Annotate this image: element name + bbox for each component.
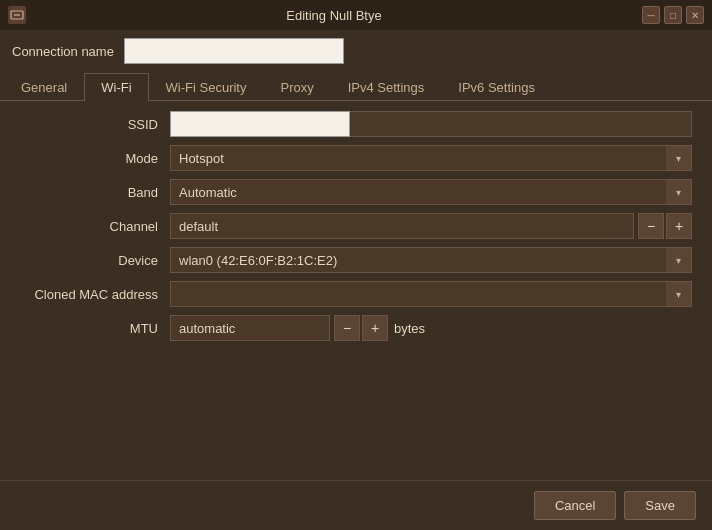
maximize-button[interactable]: □: [664, 6, 682, 24]
mtu-buttons: − +: [334, 315, 388, 341]
device-label: Device: [20, 253, 170, 268]
tab-ipv6[interactable]: IPv6 Settings: [441, 73, 552, 101]
mode-label: Mode: [20, 151, 170, 166]
connection-name-input[interactable]: [124, 38, 344, 64]
mtu-bytes-label: bytes: [394, 321, 425, 336]
device-row: Device wlan0 (42:E6:0F:B2:1C:E2) ▾: [20, 247, 692, 273]
cloned-mac-input[interactable]: [170, 281, 692, 307]
mode-row: Mode Hotspot ▾: [20, 145, 692, 171]
tab-ipv4[interactable]: IPv4 Settings: [331, 73, 442, 101]
channel-row: Channel − +: [20, 213, 692, 239]
window-controls: ─ □ ✕: [642, 6, 704, 24]
ssid-suffix: [350, 111, 692, 137]
channel-label: Channel: [20, 219, 170, 234]
ssid-row: SSID: [20, 111, 692, 137]
device-select[interactable]: wlan0 (42:E6:0F:B2:1C:E2): [170, 247, 692, 273]
mtu-label: MTU: [20, 321, 170, 336]
ssid-label: SSID: [20, 117, 170, 132]
close-button[interactable]: ✕: [686, 6, 704, 24]
channel-input[interactable]: [170, 213, 634, 239]
band-select[interactable]: Automatic: [170, 179, 692, 205]
connection-name-label: Connection name: [12, 44, 114, 59]
ssid-input[interactable]: [170, 111, 350, 137]
tab-proxy[interactable]: Proxy: [263, 73, 330, 101]
mtu-row: MTU − + bytes: [20, 315, 692, 341]
minimize-button[interactable]: ─: [642, 6, 660, 24]
main-window: Editing Null Btye ─ □ ✕ Connection name …: [0, 0, 712, 530]
channel-plus-button[interactable]: +: [666, 213, 692, 239]
mtu-minus-button[interactable]: −: [334, 315, 360, 341]
tab-wifi-security[interactable]: Wi-Fi Security: [149, 73, 264, 101]
titlebar-title: Editing Null Btye: [26, 8, 642, 23]
tab-general[interactable]: General: [4, 73, 84, 101]
mode-dropdown-wrapper: Hotspot ▾: [170, 145, 692, 171]
mtu-input[interactable]: [170, 315, 330, 341]
wifi-content: SSID Mode Hotspot ▾ Band Automatic ▾: [0, 101, 712, 480]
cancel-button[interactable]: Cancel: [534, 491, 616, 520]
save-button[interactable]: Save: [624, 491, 696, 520]
device-dropdown-wrapper: wlan0 (42:E6:0F:B2:1C:E2) ▾: [170, 247, 692, 273]
mtu-plus-button[interactable]: +: [362, 315, 388, 341]
app-icon: [8, 6, 26, 24]
tab-bar: General Wi-Fi Wi-Fi Security Proxy IPv4 …: [0, 72, 712, 101]
band-dropdown-wrapper: Automatic ▾: [170, 179, 692, 205]
titlebar: Editing Null Btye ─ □ ✕: [0, 0, 712, 30]
mode-select[interactable]: Hotspot: [170, 145, 692, 171]
cloned-mac-label: Cloned MAC address: [20, 287, 170, 302]
channel-buttons: − +: [638, 213, 692, 239]
band-label: Band: [20, 185, 170, 200]
footer: Cancel Save: [0, 480, 712, 530]
cloned-mac-row: Cloned MAC address ▾: [20, 281, 692, 307]
connection-name-row: Connection name: [0, 30, 712, 72]
tab-wifi[interactable]: Wi-Fi: [84, 73, 148, 101]
band-row: Band Automatic ▾: [20, 179, 692, 205]
cloned-mac-wrapper: ▾: [170, 281, 692, 307]
channel-minus-button[interactable]: −: [638, 213, 664, 239]
